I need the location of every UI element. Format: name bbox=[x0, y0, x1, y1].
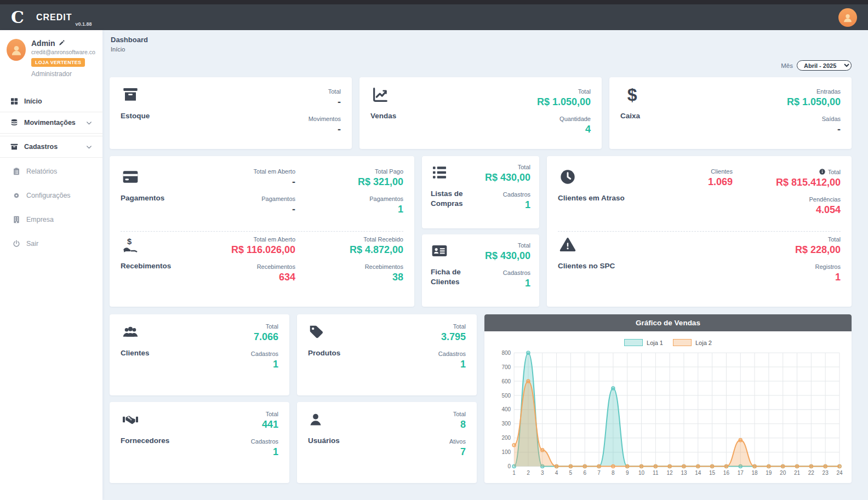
pencil-icon[interactable] bbox=[58, 40, 65, 47]
card-clientes[interactable]: Clientes Total7.066 Cadastros1 bbox=[110, 314, 289, 395]
stat-value: 3.795 bbox=[438, 331, 466, 343]
card-title: Estoque bbox=[121, 111, 309, 121]
svg-text:1: 1 bbox=[512, 470, 516, 476]
stat-label: Clientes bbox=[654, 168, 733, 175]
legend-label: Loja 1 bbox=[647, 340, 663, 346]
legend-item[interactable]: Loja 2 bbox=[673, 339, 712, 346]
stat-label: Recebimentos bbox=[216, 263, 295, 270]
sidebar-item-empresa[interactable]: Empresa bbox=[0, 209, 102, 230]
card-title: Listas de Compras bbox=[431, 189, 485, 208]
stat-value: 634 bbox=[216, 271, 295, 284]
card-title: Fornecedores bbox=[121, 436, 251, 446]
stat-value: R$ 430,00 bbox=[485, 250, 530, 262]
svg-text:800: 800 bbox=[501, 350, 511, 356]
svg-text:500: 500 bbox=[501, 392, 511, 398]
card-title: Clientes em Atraso bbox=[558, 193, 654, 203]
page-title: Dashboard bbox=[111, 36, 852, 44]
card-fornecedores[interactable]: Fornecedores Total441 Cadastros1 bbox=[110, 402, 289, 483]
card-produtos[interactable]: Produtos Total3.795 Cadastros1 bbox=[297, 314, 477, 395]
svg-text:18: 18 bbox=[751, 470, 758, 476]
clock-icon bbox=[558, 168, 578, 186]
stat-label: Registros bbox=[739, 263, 841, 270]
stat-value: 8 bbox=[449, 418, 466, 431]
building-icon bbox=[12, 215, 21, 224]
svg-text:17: 17 bbox=[738, 470, 744, 476]
sidebar-item-relatorios[interactable]: Relatórios bbox=[0, 161, 102, 182]
stat-value: R$ 228,00 bbox=[739, 244, 841, 256]
sidebar-item-label: Relatórios bbox=[26, 168, 57, 175]
svg-text:700: 700 bbox=[501, 364, 511, 370]
sidebar-item-label: Início bbox=[24, 97, 42, 105]
chart-legend: Loja 1Loja 2 bbox=[492, 339, 844, 346]
stat-value: - bbox=[787, 123, 841, 136]
pagamentos-section: Pagamentos Total em Aberto- Pagamentos- … bbox=[121, 164, 403, 231]
card-ficha-clientes[interactable]: Ficha de Clientes TotalR$ 430,00 Cadastr… bbox=[422, 234, 539, 307]
svg-text:23: 23 bbox=[823, 470, 829, 476]
stat-label: Total bbox=[449, 411, 466, 417]
stat-label: Total bbox=[251, 411, 278, 417]
dollar-icon: $ bbox=[620, 86, 640, 104]
id-card-icon bbox=[431, 242, 448, 260]
app-version: v0.1.88 bbox=[75, 21, 92, 27]
svg-text:200: 200 bbox=[501, 435, 511, 441]
sidebar-item-sair[interactable]: Sair bbox=[0, 233, 102, 254]
clipboard-icon bbox=[12, 167, 21, 176]
stat-label: Recebimentos bbox=[302, 263, 403, 270]
stat-label: Ativos bbox=[449, 438, 466, 445]
svg-text:22: 22 bbox=[808, 470, 815, 476]
month-select[interactable]: Abril - 2025 bbox=[797, 60, 852, 71]
info-icon[interactable] bbox=[819, 168, 826, 175]
sidebar-item-inicio[interactable]: Início bbox=[0, 91, 102, 112]
profile-avatar[interactable] bbox=[7, 39, 26, 61]
card-caixa[interactable]: $ Caixa EntradasR$ 1.050,00 Saídas- bbox=[609, 77, 852, 149]
stat-value: - bbox=[309, 123, 341, 136]
card-vendas[interactable]: Vendas TotalR$ 1.050,00 Quantidade4 bbox=[359, 77, 602, 149]
svg-text:16: 16 bbox=[723, 470, 730, 476]
svg-text:4: 4 bbox=[555, 470, 558, 476]
profile-role: Administrador bbox=[31, 70, 96, 78]
stat-label: Movimentos bbox=[309, 116, 341, 122]
card-title: Clientes bbox=[121, 348, 251, 358]
box-icon bbox=[121, 86, 140, 104]
sidebar-item-label: Sair bbox=[26, 240, 38, 248]
stat-value: 4.054 bbox=[739, 204, 841, 216]
sidebar-item-cadastros[interactable]: Cadastros bbox=[0, 136, 102, 158]
card-title: Pagamentos bbox=[121, 193, 216, 203]
chevron-down-icon bbox=[85, 143, 93, 151]
stat-value: 1 bbox=[485, 199, 530, 211]
stat-label: Total bbox=[251, 323, 278, 330]
app-logo: C bbox=[11, 8, 24, 27]
stat-label: Entradas bbox=[787, 88, 841, 95]
database-icon bbox=[10, 118, 19, 127]
gear-icon bbox=[12, 191, 21, 200]
sales-chart-card: Gráfico de Vendas Loja 1Loja 2 010020030… bbox=[484, 314, 852, 483]
list-icon bbox=[431, 164, 448, 181]
card-clientes-atraso-spc[interactable]: Clientes em Atraso Clientes1.069 Total R… bbox=[547, 156, 852, 307]
sales-chart: 0100200300400500600700800123456789101112… bbox=[492, 347, 844, 480]
card-usuarios[interactable]: Usuários Total8 Ativos7 bbox=[297, 402, 477, 483]
stat-value: 1 bbox=[739, 271, 841, 284]
profile-name: Admin bbox=[31, 39, 55, 48]
svg-text:12: 12 bbox=[667, 470, 673, 476]
svg-text:0: 0 bbox=[508, 463, 511, 469]
sidebar-item-configuracoes[interactable]: Configurações bbox=[0, 185, 102, 206]
hand-dollar-icon: $ bbox=[121, 236, 140, 254]
stat-value: 1.069 bbox=[654, 176, 733, 188]
stat-value: 7 bbox=[449, 446, 466, 458]
sidebar-item-movimentacoes[interactable]: Movimentações bbox=[0, 112, 102, 134]
card-estoque[interactable]: Estoque Total- Movimentos- bbox=[110, 77, 352, 149]
stat-value: - bbox=[309, 96, 341, 108]
breadcrumb: Início bbox=[111, 46, 852, 53]
archive-icon bbox=[10, 142, 19, 151]
legend-item[interactable]: Loja 1 bbox=[624, 339, 663, 346]
sidebar-item-label: Movimentações bbox=[24, 119, 76, 127]
card-listas-compras[interactable]: Listas de Compras TotalR$ 430,00 Cadastr… bbox=[422, 156, 539, 228]
legend-swatch bbox=[673, 339, 692, 346]
person-icon bbox=[842, 12, 854, 24]
user-icon bbox=[308, 411, 323, 428]
user-avatar[interactable] bbox=[838, 8, 857, 27]
credit-card-icon bbox=[121, 168, 140, 186]
main-content: Dashboard Início Mês Abril - 2025 Estoqu… bbox=[102, 30, 868, 500]
stat-label: Total bbox=[485, 242, 530, 249]
card-pagamentos-recebimentos[interactable]: Pagamentos Total em Aberto- Pagamentos- … bbox=[110, 156, 414, 307]
